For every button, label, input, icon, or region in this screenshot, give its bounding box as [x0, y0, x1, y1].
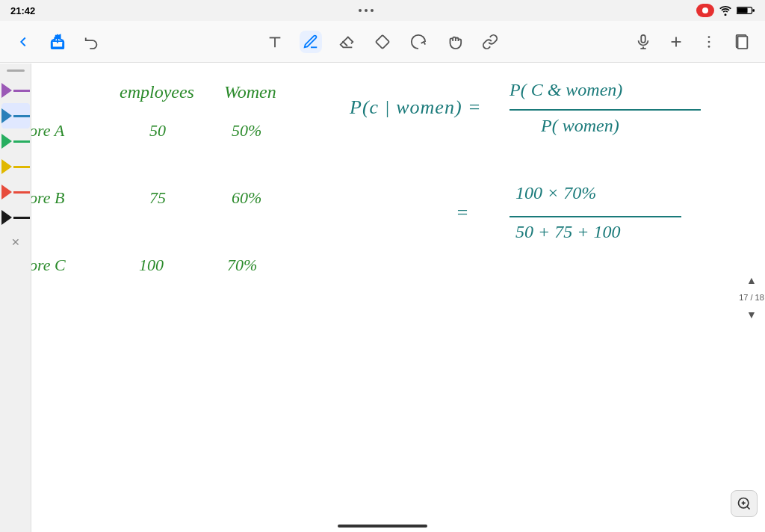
status-center — [359, 9, 374, 12]
formula-left: P(c | women) = — [350, 96, 482, 119]
page-next-button[interactable]: ▼ — [743, 306, 760, 324]
more-button[interactable] — [698, 31, 720, 53]
toolbar-right — [568, 31, 753, 53]
row-store-a-employees: 50 — [149, 121, 166, 140]
row-store-b-women: 60% — [232, 188, 261, 208]
wifi-icon — [719, 5, 732, 16]
page-prev-button[interactable]: ▲ — [743, 271, 760, 289]
back-button[interactable] — [12, 31, 34, 53]
eraser-outline-button[interactable] — [335, 31, 358, 53]
col-header-employees: employees — [120, 81, 194, 103]
color-swatch-purple[interactable] — [1, 78, 30, 103]
page-separator: / — [750, 293, 752, 302]
add-button[interactable] — [665, 31, 687, 53]
color-swatch-green[interactable] — [1, 129, 30, 154]
color-swatch-yellow[interactable] — [1, 154, 30, 179]
palette-close-button[interactable]: ✕ — [7, 233, 25, 251]
toolbar-center — [197, 31, 568, 53]
formula-denom-value: 50 + 75 + 100 — [515, 221, 620, 243]
lasso-button[interactable] — [407, 31, 430, 53]
svg-rect-8 — [641, 34, 645, 42]
row-store-a-women: 50% — [232, 121, 261, 140]
svg-rect-2 — [737, 8, 748, 13]
status-icons — [696, 4, 755, 17]
svg-point-12 — [708, 40, 710, 43]
pages-button[interactable] — [731, 31, 753, 53]
formula-denominator: P( women) — [541, 115, 619, 137]
row-store-c-women: 70% — [227, 256, 257, 275]
row-store-c-employees: 100 — [139, 256, 164, 275]
toolbar-left — [12, 31, 197, 53]
svg-point-13 — [708, 46, 710, 48]
page-total: 18 — [755, 293, 764, 302]
color-palette: ✕ — [0, 64, 31, 532]
home-indicator — [338, 525, 427, 528]
color-swatch-blue[interactable] — [1, 103, 30, 129]
svg-rect-15 — [738, 36, 748, 48]
microphone-button[interactable] — [632, 31, 654, 53]
undo-button[interactable] — [81, 31, 103, 53]
formula-numerator: P( C & women) — [510, 79, 622, 101]
eraser-fill-button[interactable] — [371, 31, 394, 53]
col-header-women: Women — [224, 81, 276, 103]
toolbar — [0, 21, 765, 63]
hand-tool-button[interactable] — [443, 31, 465, 53]
share-button[interactable] — [46, 31, 69, 53]
pen-tool-button[interactable] — [300, 31, 322, 53]
record-indicator — [696, 4, 714, 17]
page-info: 17 / 18 — [739, 292, 764, 303]
dot1 — [359, 9, 362, 12]
fraction-line-bottom — [510, 216, 681, 217]
text-tool-button[interactable] — [264, 31, 286, 53]
canvas-area: employees Women Store A 50 50% Store B 7… — [0, 63, 765, 532]
page-current: 17 — [739, 293, 748, 302]
status-bar: 21:42 — [0, 0, 765, 21]
dot2 — [365, 9, 368, 12]
row-store-b-employees: 75 — [149, 188, 166, 208]
dot3 — [371, 9, 374, 12]
formula-equals2: = — [456, 201, 469, 224]
svg-point-11 — [708, 36, 710, 38]
formula-num-value: 100 × 70% — [515, 182, 596, 204]
svg-rect-1 — [752, 9, 755, 11]
link-button[interactable] — [479, 31, 501, 53]
palette-handle[interactable] — [7, 69, 25, 72]
color-swatch-black[interactable] — [1, 205, 30, 230]
svg-rect-7 — [376, 34, 389, 48]
battery-icon — [737, 5, 755, 16]
right-nav: ▲ 17 / 18 ▼ — [738, 63, 765, 532]
fraction-line-top — [510, 109, 701, 111]
status-time: 21:42 — [10, 5, 35, 16]
color-swatch-red[interactable] — [1, 179, 30, 205]
